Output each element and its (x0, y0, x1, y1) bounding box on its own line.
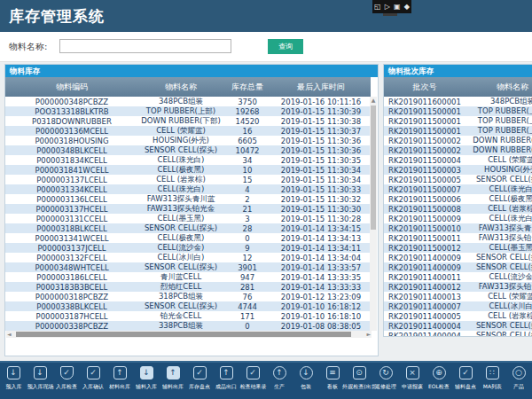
toolbar-item-label: 辅料出库 (162, 383, 184, 391)
table-cell: 947 (223, 273, 271, 282)
table-row[interactable]: P000003136LCELLFAW313探头青川蓝22019-01-15 11… (5, 194, 371, 204)
toolbar-item-6[interactable]: ↓辅料入库 (133, 363, 160, 399)
table-row[interactable]: RK2019011400009SENSOR CELL(探头) (384, 253, 532, 262)
toolbar-item-1[interactable]: ↓预入库 (0, 363, 27, 399)
table-row[interactable]: RK2019011500001TOP RUBBER(上部) (384, 106, 532, 116)
table-row[interactable]: RK2019011400005CELL (岩浆棕) (384, 311, 532, 321)
table-row[interactable]: RK2019011500002DOWN RUBBER(下部) (384, 145, 532, 155)
table-row[interactable]: P000031341WCELLCELL(极夜黑)02019-01-14 13:3… (5, 233, 371, 243)
scrollbar-thumb[interactable] (371, 106, 376, 230)
toolbar-item-20[interactable]: ○产品 (505, 363, 532, 399)
table-cell: 2019-01-08 08:38:05 (271, 322, 371, 331)
table-row[interactable]: P000003136MCELLCELL (荣耀蓝)162019-01-15 11… (5, 126, 371, 136)
table-row[interactable]: RK2019011500009CELL(珠光白) (384, 214, 532, 223)
table-row[interactable]: RK2019011500005SENSOR CELL(探头) (384, 175, 532, 184)
table-row[interactable]: RK2019011500003HOUSING(外壳) (384, 165, 532, 175)
x-box-icon: × (406, 366, 419, 379)
toolbar-item-8[interactable]: ✓库存盘点 (186, 363, 213, 399)
toolbar-item-7[interactable]: ↑辅料出库 (160, 363, 186, 399)
overlay-icon-3[interactable]: ▣ (394, 4, 401, 11)
table-row[interactable]: P000000338PCBZZ338PCB组装02019-01-08 08:38… (5, 321, 371, 331)
scroll-right-icon[interactable]: ► (366, 331, 371, 338)
table-row[interactable]: RK2019011500001TOP RUBBER(上部) (384, 116, 532, 126)
table-row[interactable]: P000000348PCBZZ348PCB组装37502019-01-16 10… (5, 97, 371, 106)
table-row[interactable]: P000031334KCELLCELL(珠光白)42019-01-15 11:3… (5, 184, 371, 194)
toolbar-item-3[interactable]: ✓入库检查 (53, 363, 80, 399)
table-row[interactable]: P000003131CCELLCELL(墨玉黑)32019-01-15 11:3… (5, 214, 371, 223)
scrollbar-thumb[interactable] (16, 332, 351, 337)
toolbar-item-12[interactable]: ↓包装 (293, 363, 319, 399)
table-row[interactable]: RK2019011400004SENSOR CELL(探头) (384, 321, 532, 331)
table-cell: 2019-01-14 13:34:04 (271, 254, 371, 262)
table-cell: P000003137LCELL (5, 176, 138, 184)
table-cell: 2019-01-12 13:23:09 (271, 293, 371, 301)
table-row[interactable]: P000003132FCELLCELL(冰川白)122019-01-14 13:… (5, 253, 371, 262)
table-row[interactable]: RK2019011500006CELL(极夜黑) (384, 194, 532, 204)
table-row[interactable]: RK2019011500007CELL(珠光白) (384, 184, 532, 194)
toolbar-item-11[interactable]: ↑生产 (266, 363, 293, 399)
inventory-horizontal-scrollbar[interactable]: ◄ ► (6, 331, 372, 338)
query-button[interactable]: 查询 (268, 39, 303, 54)
table-row[interactable]: P0318DOWNRUBBERDOWN RUBBER(下部)145202019-… (5, 116, 371, 126)
toolbar-item-17[interactable]: ⊕EOL检查 (426, 363, 452, 399)
table-row[interactable]: RK2019011400007CELL(冰川白) (384, 301, 532, 311)
scroll-up-icon[interactable]: ▲ (370, 97, 377, 104)
toolbar-item-2[interactable]: ↓预入库现场 (27, 363, 53, 399)
table-row[interactable]: POO313318BLKTRBTOP RUBBER(上部)192682019-0… (5, 106, 371, 116)
table-row[interactable]: P000031841WCELLCELL(极夜黑)102019-01-15 11:… (5, 165, 371, 175)
table-row[interactable]: RK2019011500010FAW313探头青川蓝 (384, 223, 532, 233)
table-row[interactable]: RK2019011400013CELL (荣耀蓝) (384, 292, 532, 301)
toolbar-item-16[interactable]: ×申请报废 (399, 363, 426, 399)
table-row[interactable]: RK2019011500008CELL (岩浆棕) (384, 204, 532, 214)
table-row[interactable]: P0000348WHTCELLSENSOR CELL(探头)39012019-0… (5, 262, 371, 272)
scroll-left-icon[interactable]: ◄ (7, 331, 12, 338)
table-row[interactable]: P000003137JCELLCELL(流沙金)92019-01-14 13:3… (5, 243, 371, 253)
toolbar-item-13[interactable]: ≡看板 (319, 363, 346, 399)
table-row[interactable]: RK2019011500002DOWN RUBBER(下部) (384, 136, 532, 145)
table-cell: RK2019011400009 (384, 254, 466, 262)
table-row[interactable]: P000003137LCELLCELL (岩浆棕)152019-01-15 11… (5, 175, 371, 184)
table-cell: P000003132FCELL (5, 254, 138, 262)
table-row[interactable]: RK2019011500004CELL (荣耀蓝) (384, 155, 532, 165)
toolbar-item-19[interactable]: ∷MA列表 (479, 363, 505, 399)
table-row[interactable]: P000003186LCELL青川蓝CELL9472019-01-14 13:3… (5, 272, 371, 282)
table-cell: 2019-01-15 11:30:38 (271, 117, 371, 126)
table-row[interactable]: RK2019011500001TOP RUBBER(上部) (384, 126, 532, 136)
table-row[interactable]: RK2019011400012FAW313探头铂光金 (384, 282, 532, 292)
table-row[interactable]: RK2019011400009SENSOR CELL(探头) (384, 262, 532, 272)
material-name-input[interactable] (59, 39, 231, 53)
toolbar-item-15[interactable]: ↻返修处理 (372, 363, 399, 399)
table-row[interactable]: P0000318BLKCELLSENSOR CELL(探头)282019-01-… (5, 223, 371, 233)
table-row[interactable]: RK2019011600001348PCB组装 (384, 97, 532, 106)
table-cell: 2019-01-14 13:34:11 (271, 244, 371, 253)
table-row[interactable]: P000031834KCELLCELL(珠光白)342019-01-15 11:… (5, 155, 371, 165)
clipboard-check-icon: ✓ (246, 366, 260, 379)
overlay-icon-1[interactable]: ◱ (374, 4, 381, 11)
table-row[interactable]: P000000318PCBZZ318PCB组装762019-01-12 13:2… (5, 292, 371, 301)
toolbar-item-18[interactable]: ✓辅料盘点 (452, 363, 479, 399)
table-row[interactable]: P0000338BLKCELLSENSOR CELL(探头)47442019-0… (5, 301, 371, 311)
column-header: 批次号 (384, 82, 466, 93)
table-row[interactable]: RK2019011400011CELL(流沙金) (384, 272, 532, 282)
toolbar-item-label: 辅料入库 (136, 383, 157, 391)
table-row[interactable]: RK2019011500011FAW313探头铂光金 (384, 233, 532, 243)
table-row[interactable]: P000003137HCELLFAW313探头铂光金212019-01-15 1… (5, 204, 371, 214)
toolbar-item-5[interactable]: ↑材料出库 (106, 363, 133, 399)
table-row[interactable]: P0000348BLKCELLSENSOR CELL(探头)104722019-… (5, 145, 371, 155)
table-cell: RK2019011500003 (384, 166, 466, 175)
toolbar-item-14[interactable]: ⊙外观检查(出货 (346, 363, 372, 399)
inventory-vertical-scrollbar[interactable]: ▲ (370, 97, 377, 331)
table-row[interactable]: P000003187HCELL铂光金CELL1712019-01-10 16:1… (5, 311, 371, 321)
table-row[interactable]: P0000318HOUSINGHOUSING(外壳)66052019-01-15… (5, 136, 371, 145)
table-cell: 281 (223, 283, 271, 292)
table-cell: P000003131CCELL (5, 215, 138, 223)
table-row[interactable]: RK2019011400004SENSOR CELL(探头) (384, 331, 532, 336)
overlay-icon-2[interactable]: ▷ (385, 4, 390, 11)
table-row[interactable]: RK2019011500012CELL(墨玉黑) (384, 243, 532, 253)
toolbar-item-4[interactable]: ✓入库确认 (80, 363, 106, 399)
toolbar-item-10[interactable]: ✓检查结果录 (239, 363, 266, 399)
toolbar-item-9[interactable]: ↑成品出口 (213, 363, 239, 399)
overlay-icon-4[interactable]: ◆ (404, 4, 410, 11)
system-overlay[interactable]: ◱▷▣◆ (372, 0, 411, 13)
table-row[interactable]: P0003183B3BCELL烈焰红CELL2812019-01-14 13:3… (5, 282, 371, 292)
